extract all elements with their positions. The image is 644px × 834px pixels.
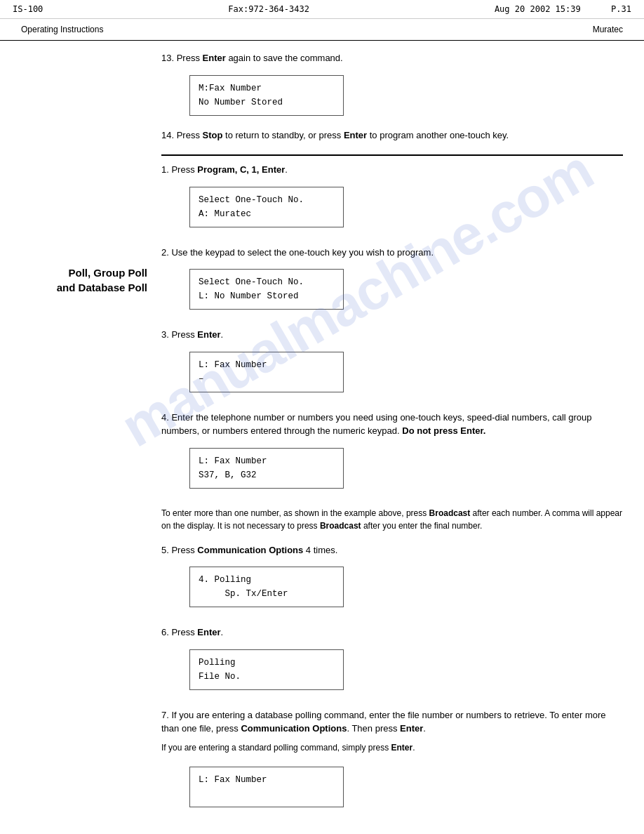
step-note-broadcast: To enter more than one number, as shown … [161,507,623,532]
fax-header-center: Fax:972-364-3432 [228,4,309,14]
fax-header-right: Aug 20 2002 15:39 P.31 [495,4,631,14]
left-sidebar: Poll, Group Poll and Database Poll [0,48,154,826]
doc-header-left: Operating Instructions [21,25,103,34]
step-1-block: 1. Press Program, C, 1, Enter. Select On… [161,163,623,234]
step-2-text: 2. Use the keypad to select the one-touc… [161,246,623,260]
note-broadcast-text: To enter more than one number, as shown … [161,507,623,532]
step-3-text: 3. Press Enter. [161,328,623,342]
step-7-note: If you are entering a standard polling c… [161,741,623,754]
lcd-box-select-muratec: Select One-Touch No. A: Muratec [189,187,344,227]
doc-header-right: Muratec [593,25,623,34]
step-4-block: 4. Enter the telephone number or numbers… [161,411,623,496]
step-1-text: 1. Press Program, C, 1, Enter. [161,163,623,177]
section-title: Poll, Group Poll and Database Poll [21,265,154,295]
doc-header: Operating Instructions Muratec [0,19,644,41]
step-7-text: 7. If you are entering a database pollin… [161,708,623,736]
step-4-text: 4. Enter the telephone number or numbers… [161,411,623,438]
lcd-box-polling-sp: 4. Polling Sp. Tx/Enter [189,567,344,607]
right-content: 13. Press Enter again to save the comman… [154,48,644,826]
lcd-box-s37: L: Fax Number S37, B, G32 [189,448,344,489]
step-3-block: 3. Press Enter. L: Fax Number – [161,328,623,399]
fax-header: IS-100 Fax:972-364-3432 Aug 20 2002 15:3… [0,0,644,19]
lcd-box-m-fax: M:Fax Number No Number Stored [189,75,344,116]
step-5-text: 5. Press Communication Options 4 times. [161,543,623,557]
intro-section: 13. Press Enter again to save the comman… [161,48,623,142]
lcd-box-select-no-number: Select One-Touch No. L: No Number Stored [189,269,344,310]
fax-header-left: IS-100 [13,4,43,14]
step14-text: 14. Press Stop to return to standby, or … [161,128,623,143]
main-content: Poll, Group Poll and Database Poll 13. P… [0,48,644,834]
step13-text: 13. Press Enter again to save the comman… [161,51,623,65]
step-7-block: 7. If you are entering a database pollin… [161,708,623,814]
lcd-box-l-fax-final: L: Fax Number [189,767,344,807]
lcd-box-l-fax-dash: L: Fax Number – [189,352,344,392]
lcd-box-polling-file: Polling File No. [189,649,344,690]
step-2-block: 2. Use the keypad to select the one-touc… [161,246,623,317]
separator-line [161,154,623,156]
step-6-block: 6. Press Enter. Polling File No. [161,626,623,697]
step-5-block: 5. Press Communication Options 4 times. … [161,543,623,615]
step-6-text: 6. Press Enter. [161,626,623,640]
